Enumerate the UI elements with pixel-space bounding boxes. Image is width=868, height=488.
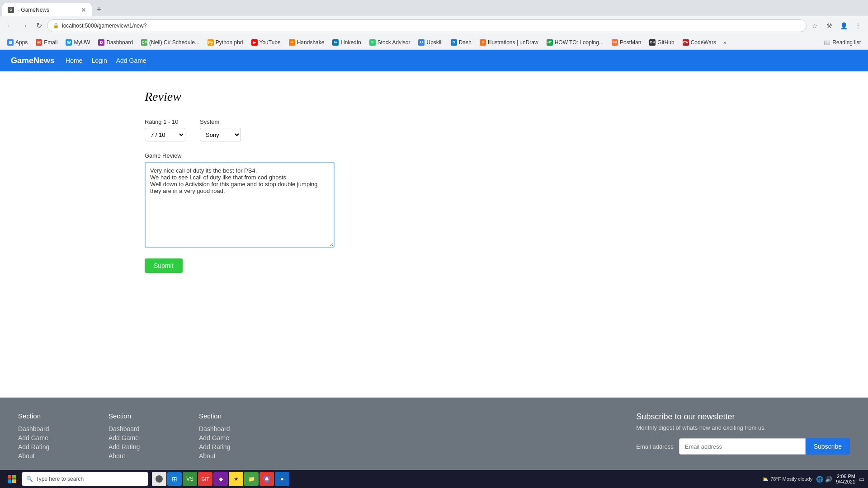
bookmark-dash2[interactable]: D Dash [447, 38, 475, 47]
tab-favicon: G [8, 7, 14, 13]
system-select[interactable]: Sony Microsoft Nintendo PC [200, 128, 241, 141]
footer-2-about[interactable]: About [108, 452, 172, 460]
taskbar-icon-6[interactable]: ● [275, 472, 289, 486]
linkedin-icon: in [332, 39, 339, 46]
taskbar-icon-vscode[interactable]: VS [183, 472, 197, 486]
main-content: Review Rating 1 - 10 1 / 10 2 / 10 3 / 1… [0, 71, 868, 397]
footer-1-about[interactable]: About [18, 452, 81, 460]
nav-login-link[interactable]: Login [91, 57, 107, 64]
bookmark-neil[interactable]: C# (Neil) C# Schedule... [137, 38, 203, 47]
new-tab-button[interactable]: + [92, 3, 106, 16]
rating-group: Rating 1 - 10 1 / 10 2 / 10 3 / 10 4 / 1… [145, 118, 185, 141]
footer-3-about[interactable]: About [199, 452, 262, 460]
menu-button[interactable]: ⋮ [852, 19, 864, 32]
url-bar[interactable]: 🔒 localhost:5000/gamereview/1/new? [47, 19, 807, 32]
svg-point-4 [156, 475, 163, 483]
bookmark-upskill[interactable]: U Upskill [415, 38, 446, 47]
footer-3-dashboard[interactable]: Dashboard [199, 425, 262, 432]
footer-section-1: Section Dashboard Add Game Add Rating Ab… [18, 412, 81, 460]
nav-home-link[interactable]: Home [66, 57, 82, 64]
bookmark-apps-label: Apps [15, 39, 28, 46]
clock-time: 2:06 PM [836, 474, 855, 479]
app-brand: GameNews [11, 56, 55, 66]
start-button[interactable] [4, 471, 20, 487]
footer-section-3: Section Dashboard Add Game Add Rating Ab… [199, 412, 262, 460]
taskbar-search-box[interactable]: 🔍 Type here to search [22, 472, 148, 486]
footer-section-2-title: Section [108, 412, 172, 420]
footer-2-dashboard[interactable]: Dashboard [108, 425, 172, 432]
taskbar: 🔍 Type here to search ⊞ VS GIT ◆ ★ 📁 [0, 470, 868, 488]
network-icon[interactable]: 🌐 [816, 476, 823, 483]
newsletter-email-input[interactable] [679, 438, 806, 455]
reading-list-label: Reading list [832, 39, 861, 46]
bookmark-postman[interactable]: PM PostMan [608, 38, 645, 47]
back-button[interactable]: ← [4, 19, 16, 32]
bookmark-email[interactable]: M Email [32, 38, 61, 47]
bookmark-youtube-label: YouTube [259, 39, 281, 46]
navigation-bar: ← → ↻ 🔒 localhost:5000/gamereview/1/new?… [0, 16, 868, 35]
tab-bar: G - GameNews ✕ + [0, 0, 868, 16]
bookmark-youtube[interactable]: ▶ YouTube [248, 38, 284, 47]
bookmark-handshake[interactable]: H Handshake [285, 38, 328, 47]
bookmark-star-button[interactable]: ☆ [808, 19, 821, 32]
bookmark-dash2-label: Dash [459, 39, 472, 46]
active-tab[interactable]: G - GameNews ✕ [2, 3, 92, 16]
taskbar-icon-taskview[interactable]: ⊞ [167, 472, 182, 486]
taskbar-pinned-icons: ⊞ VS GIT ◆ ★ 📁 ● [152, 472, 289, 486]
extensions-button[interactable]: ⚒ [823, 19, 835, 32]
taskbar-icon-5[interactable]: 📁 [244, 472, 259, 486]
rating-select[interactable]: 1 / 10 2 / 10 3 / 10 4 / 10 5 / 10 6 / 1… [145, 128, 185, 141]
footer-top: Section Dashboard Add Game Add Rating Ab… [18, 412, 850, 460]
taskbar-icon-git[interactable]: GIT [198, 472, 212, 486]
bookmark-linkedin[interactable]: in LinkedIn [329, 38, 364, 47]
show-desktop-button[interactable]: ▭ [859, 476, 864, 483]
bookmark-illustrations[interactable]: Il Illustrations | unDraw [476, 38, 542, 47]
security-icon: 🔒 [53, 23, 59, 28]
taskbar-right: ⛅ 78°F Mostly cloudy 🌐 🔊 2:06 PM 9/4/202… [762, 474, 864, 484]
footer-1-addrating[interactable]: Add Rating [18, 443, 81, 450]
taskbar-icon-chrome[interactable] [259, 472, 274, 486]
bookmark-myuw-label: MyUW [74, 39, 90, 46]
bookmarks-more-button[interactable]: » [721, 38, 729, 47]
github-icon: GH [649, 39, 656, 46]
bookmark-github[interactable]: GH GitHub [646, 38, 678, 47]
submit-button[interactable]: Submit [145, 258, 183, 273]
footer-1-addgame[interactable]: Add Game [18, 434, 81, 441]
taskbar-icon-4[interactable]: ★ [229, 472, 243, 486]
footer-2-addgame[interactable]: Add Game [108, 434, 172, 441]
taskbar-icon-3[interactable]: ◆ [213, 472, 228, 486]
bookmark-stock[interactable]: S Stock Advisor [366, 38, 414, 47]
newsletter-subscribe-button[interactable]: Subscribe [806, 438, 850, 455]
bookmark-python[interactable]: Py Python pbd [204, 38, 247, 47]
page-content: GameNews Home Login Add Game Review Rati… [0, 50, 868, 488]
rating-label: Rating 1 - 10 [145, 118, 185, 125]
reading-list-button[interactable]: 📖 Reading list [820, 38, 864, 47]
footer-2-addrating[interactable]: Add Rating [108, 443, 172, 450]
volume-icon[interactable]: 🔊 [825, 476, 832, 483]
newsletter-subtitle: Monthly digest of whats new and exciting… [636, 424, 850, 431]
footer-1-dashboard[interactable]: Dashboard [18, 425, 81, 432]
footer-3-addgame[interactable]: Add Game [199, 434, 262, 441]
footer-3-addrating[interactable]: Add Rating [199, 443, 262, 450]
nav-add-game-link[interactable]: Add Game [116, 57, 146, 64]
review-textarea[interactable]: Very nice call of duty its the best for … [145, 162, 335, 248]
weather-icon: ⛅ [762, 476, 769, 482]
bookmark-myuw[interactable]: W MyUW [62, 38, 94, 47]
taskbar-search-icon: 🔍 [26, 476, 33, 482]
app-navbar: GameNews Home Login Add Game [0, 50, 868, 71]
howto-icon: HT [547, 39, 553, 46]
illustrations-icon: Il [480, 39, 486, 46]
footer-section-2: Section Dashboard Add Game Add Rating Ab… [108, 412, 172, 460]
refresh-button[interactable]: ↻ [33, 19, 45, 32]
profile-button[interactable]: 👤 [837, 19, 850, 32]
system-tray: 🌐 🔊 [816, 476, 832, 483]
bookmark-apps[interactable]: ⊞ Apps [4, 38, 31, 47]
bookmark-dashboard[interactable]: D Dashboard [94, 38, 137, 47]
bookmark-howto[interactable]: HT HOW TO: Looping... [543, 38, 607, 47]
forward-button[interactable]: → [18, 19, 31, 32]
system-clock[interactable]: 2:06 PM 9/4/2021 [836, 474, 855, 484]
upskill-icon: U [418, 39, 425, 46]
bookmark-codewars[interactable]: CW CodeWars [679, 38, 720, 47]
tab-close-button[interactable]: ✕ [81, 6, 86, 14]
taskbar-icon-search[interactable] [152, 472, 166, 486]
